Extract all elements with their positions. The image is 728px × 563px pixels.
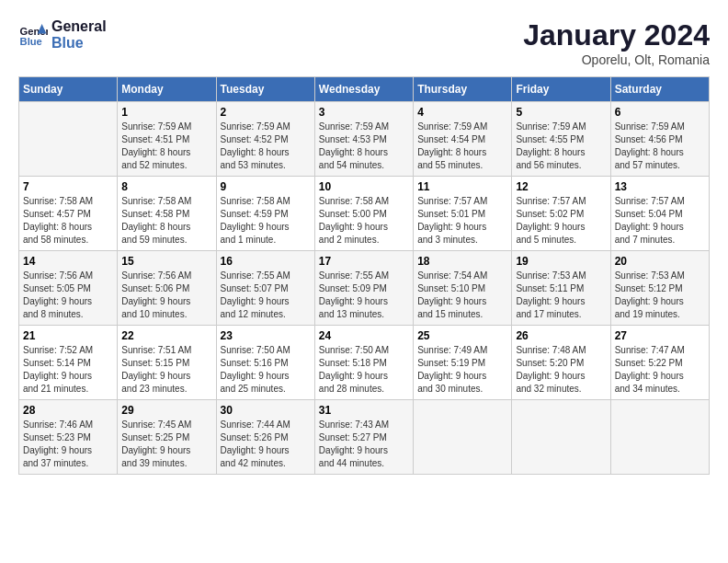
day-info: Sunrise: 7:59 AM Sunset: 4:54 PM Dayligh… — [417, 121, 507, 172]
day-info: Sunrise: 7:58 AM Sunset: 4:58 PM Dayligh… — [121, 195, 211, 247]
day-number: 15 — [121, 255, 211, 268]
calendar-cell: 30Sunrise: 7:44 AM Sunset: 5:26 PM Dayli… — [216, 400, 314, 475]
calendar-cell: 13Sunrise: 7:57 AM Sunset: 5:04 PM Dayli… — [610, 177, 709, 251]
calendar-cell: 3Sunrise: 7:59 AM Sunset: 4:53 PM Daylig… — [314, 102, 413, 177]
calendar-table: SundayMondayTuesdayWednesdayThursdayFrid… — [18, 76, 710, 475]
day-info: Sunrise: 7:52 AM Sunset: 5:14 PM Dayligh… — [23, 344, 113, 396]
day-number: 17 — [319, 255, 409, 268]
weekday-header-tuesday: Tuesday — [216, 77, 314, 102]
calendar-cell: 2Sunrise: 7:59 AM Sunset: 4:52 PM Daylig… — [216, 102, 314, 177]
calendar-cell: 18Sunrise: 7:54 AM Sunset: 5:10 PM Dayli… — [414, 251, 512, 326]
calendar-cell: 17Sunrise: 7:55 AM Sunset: 5:09 PM Dayli… — [314, 251, 413, 326]
logo: General Blue General Blue — [18, 18, 107, 51]
calendar-cell: 20Sunrise: 7:53 AM Sunset: 5:12 PM Dayli… — [610, 251, 709, 326]
calendar-cell — [19, 102, 118, 177]
day-info: Sunrise: 7:59 AM Sunset: 4:51 PM Dayligh… — [121, 121, 211, 172]
day-info: Sunrise: 7:59 AM Sunset: 4:53 PM Dayligh… — [319, 121, 409, 172]
calendar-cell — [512, 400, 610, 475]
day-info: Sunrise: 7:57 AM Sunset: 5:02 PM Dayligh… — [516, 195, 606, 247]
calendar-cell: 24Sunrise: 7:50 AM Sunset: 5:18 PM Dayli… — [314, 326, 413, 400]
calendar-cell: 23Sunrise: 7:50 AM Sunset: 5:16 PM Dayli… — [216, 326, 314, 400]
day-info: Sunrise: 7:47 AM Sunset: 5:22 PM Dayligh… — [615, 344, 705, 396]
day-info: Sunrise: 7:56 AM Sunset: 5:05 PM Dayligh… — [23, 270, 113, 321]
day-number: 9 — [221, 180, 311, 193]
calendar-cell — [414, 400, 512, 475]
calendar-cell: 8Sunrise: 7:58 AM Sunset: 4:58 PM Daylig… — [118, 177, 216, 251]
calendar-cell: 9Sunrise: 7:58 AM Sunset: 4:59 PM Daylig… — [216, 177, 314, 251]
day-info: Sunrise: 7:48 AM Sunset: 5:20 PM Dayligh… — [516, 344, 606, 396]
day-number: 22 — [121, 329, 211, 342]
day-info: Sunrise: 7:45 AM Sunset: 5:25 PM Dayligh… — [121, 419, 211, 470]
month-title: January 2024 — [523, 18, 710, 52]
day-info: Sunrise: 7:58 AM Sunset: 5:00 PM Dayligh… — [319, 195, 409, 247]
day-number: 1 — [121, 106, 211, 119]
calendar-cell: 16Sunrise: 7:55 AM Sunset: 5:07 PM Dayli… — [216, 251, 314, 326]
day-number: 30 — [221, 404, 311, 417]
day-number: 8 — [121, 180, 211, 193]
day-info: Sunrise: 7:55 AM Sunset: 5:09 PM Dayligh… — [319, 270, 409, 321]
logo-line1: General — [51, 18, 107, 35]
day-info: Sunrise: 7:59 AM Sunset: 4:52 PM Dayligh… — [221, 121, 311, 172]
weekday-header-saturday: Saturday — [610, 77, 709, 102]
day-info: Sunrise: 7:57 AM Sunset: 5:01 PM Dayligh… — [417, 195, 507, 247]
logo-icon: General Blue — [18, 20, 48, 50]
day-info: Sunrise: 7:57 AM Sunset: 5:04 PM Dayligh… — [615, 195, 705, 247]
calendar-cell: 12Sunrise: 7:57 AM Sunset: 5:02 PM Dayli… — [512, 177, 610, 251]
day-number: 10 — [319, 180, 409, 193]
calendar-week-row: 21Sunrise: 7:52 AM Sunset: 5:14 PM Dayli… — [19, 326, 710, 400]
calendar-cell: 10Sunrise: 7:58 AM Sunset: 5:00 PM Dayli… — [314, 177, 413, 251]
day-number: 14 — [23, 255, 113, 268]
day-number: 13 — [615, 180, 705, 193]
calendar-cell: 7Sunrise: 7:58 AM Sunset: 4:57 PM Daylig… — [19, 177, 118, 251]
day-number: 20 — [615, 255, 705, 268]
day-number: 6 — [615, 106, 705, 119]
day-info: Sunrise: 7:49 AM Sunset: 5:19 PM Dayligh… — [417, 344, 507, 396]
day-number: 25 — [417, 329, 507, 342]
calendar-cell: 22Sunrise: 7:51 AM Sunset: 5:15 PM Dayli… — [118, 326, 216, 400]
day-info: Sunrise: 7:53 AM Sunset: 5:12 PM Dayligh… — [615, 270, 705, 321]
calendar-cell: 25Sunrise: 7:49 AM Sunset: 5:19 PM Dayli… — [414, 326, 512, 400]
calendar-cell: 1Sunrise: 7:59 AM Sunset: 4:51 PM Daylig… — [118, 102, 216, 177]
day-info: Sunrise: 7:55 AM Sunset: 5:07 PM Dayligh… — [221, 270, 311, 321]
day-number: 28 — [23, 404, 113, 417]
calendar-cell: 11Sunrise: 7:57 AM Sunset: 5:01 PM Dayli… — [414, 177, 512, 251]
weekday-header-friday: Friday — [512, 77, 610, 102]
day-info: Sunrise: 7:58 AM Sunset: 4:57 PM Dayligh… — [23, 195, 113, 247]
day-info: Sunrise: 7:44 AM Sunset: 5:26 PM Dayligh… — [221, 419, 311, 470]
weekday-header-sunday: Sunday — [19, 77, 118, 102]
calendar-cell — [610, 400, 709, 475]
calendar-cell: 4Sunrise: 7:59 AM Sunset: 4:54 PM Daylig… — [414, 102, 512, 177]
day-number: 26 — [516, 329, 606, 342]
weekday-header-monday: Monday — [118, 77, 216, 102]
day-number: 23 — [221, 329, 311, 342]
calendar-week-row: 7Sunrise: 7:58 AM Sunset: 4:57 PM Daylig… — [19, 177, 710, 251]
calendar-cell: 31Sunrise: 7:43 AM Sunset: 5:27 PM Dayli… — [314, 400, 413, 475]
calendar-week-row: 28Sunrise: 7:46 AM Sunset: 5:23 PM Dayli… — [19, 400, 710, 475]
calendar-cell: 21Sunrise: 7:52 AM Sunset: 5:14 PM Dayli… — [19, 326, 118, 400]
calendar-cell: 19Sunrise: 7:53 AM Sunset: 5:11 PM Dayli… — [512, 251, 610, 326]
day-info: Sunrise: 7:59 AM Sunset: 4:56 PM Dayligh… — [615, 121, 705, 172]
calendar-cell: 15Sunrise: 7:56 AM Sunset: 5:06 PM Dayli… — [118, 251, 216, 326]
day-info: Sunrise: 7:53 AM Sunset: 5:11 PM Dayligh… — [516, 270, 606, 321]
day-number: 3 — [319, 106, 409, 119]
day-number: 4 — [417, 106, 507, 119]
calendar-cell: 6Sunrise: 7:59 AM Sunset: 4:56 PM Daylig… — [610, 102, 709, 177]
page-header: General Blue General Blue January 2024 O… — [18, 18, 710, 67]
day-number: 27 — [615, 329, 705, 342]
day-info: Sunrise: 7:46 AM Sunset: 5:23 PM Dayligh… — [23, 419, 113, 470]
calendar-cell: 14Sunrise: 7:56 AM Sunset: 5:05 PM Dayli… — [19, 251, 118, 326]
calendar-cell: 27Sunrise: 7:47 AM Sunset: 5:22 PM Dayli… — [610, 326, 709, 400]
title-block: January 2024 Oporelu, Olt, Romania — [523, 18, 710, 67]
calendar-cell: 28Sunrise: 7:46 AM Sunset: 5:23 PM Dayli… — [19, 400, 118, 475]
day-info: Sunrise: 7:54 AM Sunset: 5:10 PM Dayligh… — [417, 270, 507, 321]
svg-text:Blue: Blue — [20, 36, 42, 47]
day-info: Sunrise: 7:59 AM Sunset: 4:55 PM Dayligh… — [516, 121, 606, 172]
day-number: 16 — [221, 255, 311, 268]
day-number: 24 — [319, 329, 409, 342]
calendar-week-row: 14Sunrise: 7:56 AM Sunset: 5:05 PM Dayli… — [19, 251, 710, 326]
day-info: Sunrise: 7:50 AM Sunset: 5:18 PM Dayligh… — [319, 344, 409, 396]
day-info: Sunrise: 7:58 AM Sunset: 4:59 PM Dayligh… — [221, 195, 311, 247]
day-number: 29 — [121, 404, 211, 417]
location-subtitle: Oporelu, Olt, Romania — [523, 52, 710, 67]
weekday-header-row: SundayMondayTuesdayWednesdayThursdayFrid… — [19, 77, 710, 102]
